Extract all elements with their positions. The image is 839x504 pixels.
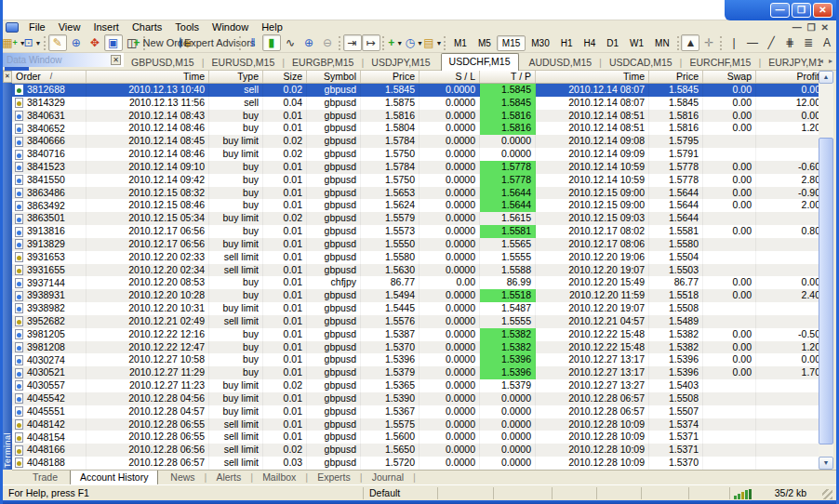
close-button[interactable]: ✕ bbox=[813, 3, 832, 18]
child-close-icon[interactable]: ✕ bbox=[821, 22, 829, 33]
fibonacci-button[interactable]: ≣ bbox=[799, 34, 818, 51]
timeframe-button-mn[interactable]: MN bbox=[649, 35, 675, 51]
table-row[interactable]: 40481542010.12.28 06:55sell limit0.01gbp… bbox=[12, 431, 824, 444]
terminal-tab-account-history[interactable]: Account History bbox=[70, 471, 159, 485]
menu-item-file[interactable]: File bbox=[22, 20, 52, 33]
table-row[interactable]: 38635012010.12.15 05:34buy limit0.02gbpu… bbox=[12, 212, 824, 225]
table-row[interactable]: 40481882010.12.28 06:57sell limit0.03gbp… bbox=[12, 457, 824, 470]
timeframe-button-m1[interactable]: M1 bbox=[448, 35, 473, 51]
table-row[interactable]: 38634862010.12.15 08:32buy0.01gbpusd1.56… bbox=[12, 187, 824, 200]
table-row[interactable]: 39526822010.12.21 02:49sell limit0.01gbp… bbox=[12, 315, 824, 328]
column-header-size[interactable]: Size bbox=[263, 71, 307, 83]
table-row[interactable]: 38126882010.12.13 10:40sell0.02gbpusd1.5… bbox=[12, 84, 824, 97]
table-row[interactable]: 39371442010.12.20 08:53buy0.01chfjpy86.7… bbox=[12, 276, 824, 289]
column-header-profit-close[interactable]: Profit bbox=[756, 71, 824, 83]
minimize-button[interactable]: — bbox=[770, 3, 790, 18]
timeframe-button-m15[interactable]: M15 bbox=[497, 35, 526, 51]
crosshair-tool-button[interactable]: ✛ bbox=[699, 34, 718, 51]
chart-tab-eurchf[interactable]: EURCHF,M15 bbox=[682, 55, 758, 71]
timeframe-button-m5[interactable]: M5 bbox=[473, 35, 497, 51]
zoom-out-button[interactable]: ⊖ bbox=[318, 34, 337, 51]
table-row[interactable]: 38406312010.12.14 08:43buy0.01gbpusd1.58… bbox=[12, 110, 824, 123]
chart-tab-usdjpy[interactable]: USDJPY,M15 bbox=[364, 55, 437, 71]
child-window-icon[interactable] bbox=[6, 22, 19, 33]
menu-item-help[interactable]: Help bbox=[255, 20, 289, 33]
table-row[interactable]: 39316532010.12.20 02:33sell limit0.01gbp… bbox=[12, 251, 824, 264]
candlestick-chart-button[interactable]: ▮ bbox=[262, 34, 281, 51]
templates-button[interactable]: ▤▼ bbox=[423, 34, 442, 51]
scrollbar-thumb[interactable] bbox=[819, 138, 833, 444]
maximize-button[interactable]: ❐ bbox=[792, 3, 811, 18]
indicators-button[interactable]: +▼ bbox=[386, 34, 405, 51]
terminal-tab-trade[interactable]: Trade bbox=[23, 471, 67, 485]
table-row[interactable]: 40481422010.12.28 06:55sell limit0.01gbp… bbox=[12, 418, 824, 431]
table-row[interactable]: 39389312010.12.20 10:28buy0.01gbpusd1.54… bbox=[12, 289, 824, 302]
horizontal-line-button[interactable]: — bbox=[743, 34, 762, 51]
data-window-close-icon[interactable]: ✕ bbox=[111, 55, 121, 65]
terminal-panel-handle[interactable]: Terminal bbox=[3, 83, 12, 470]
vertical-scrollbar[interactable]: ▲ ▼ bbox=[819, 71, 833, 470]
timeframe-button-h1[interactable]: H1 bbox=[555, 35, 579, 51]
column-header-time-close[interactable]: Time bbox=[536, 71, 649, 83]
profiles-button[interactable]: ⊡▼ bbox=[23, 34, 42, 51]
new-order-button[interactable]: +New Order bbox=[147, 34, 179, 51]
trendline-button[interactable]: ╱ bbox=[762, 34, 780, 51]
column-header-swap-close[interactable]: Swap bbox=[703, 71, 756, 83]
vertical-line-button[interactable]: | bbox=[725, 34, 743, 51]
line-chart-button[interactable]: ∿ bbox=[281, 34, 300, 51]
child-minimize-icon[interactable]: — bbox=[792, 22, 802, 33]
chart-tab-eurjpy[interactable]: EURJPY,M15 bbox=[761, 55, 821, 71]
table-row[interactable]: 39316552010.12.20 02:34sell limit0.01gbp… bbox=[12, 264, 824, 277]
table-row[interactable]: 40481662010.12.28 06:56sell limit0.02gbp… bbox=[12, 444, 824, 457]
zoom-in-button[interactable]: ⊕ bbox=[300, 34, 318, 51]
table-row[interactable]: 38406522010.12.14 08:46buy0.01gbpusd1.58… bbox=[12, 122, 824, 135]
bar-chart-button[interactable]: ‖ bbox=[244, 34, 262, 51]
timeframe-button-m30[interactable]: M30 bbox=[526, 35, 554, 51]
table-row[interactable]: 39138162010.12.17 06:56buy0.01gbpusd1.55… bbox=[12, 225, 824, 238]
auto-scroll-button[interactable]: ⇥ bbox=[343, 34, 362, 51]
text-tool-button[interactable]: A bbox=[818, 34, 836, 51]
crosshair-mode-button[interactable]: ⊕ bbox=[67, 34, 86, 51]
table-row[interactable]: 38415502010.12.14 09:42buy0.01gbpusd1.57… bbox=[12, 174, 824, 187]
chart-tab-gbpusd[interactable]: GBPUSD,M15 bbox=[124, 55, 202, 71]
chart-tab-audusd[interactable]: AUDUSD,M15 bbox=[521, 55, 599, 71]
channel-button[interactable]: ⋕ bbox=[780, 34, 799, 51]
menu-item-tools[interactable]: Tools bbox=[168, 20, 206, 33]
expert-advisors-button[interactable]: Expert Advisors bbox=[197, 34, 237, 51]
new-chart-button[interactable]: ▦+▼ bbox=[5, 34, 23, 51]
chart-tab-usdchf[interactable]: USDCHF,M15 bbox=[441, 53, 519, 71]
column-header-tp[interactable]: T / P bbox=[480, 71, 536, 83]
table-row[interactable]: 40305212010.12.27 11:29buy0.01gbpusd1.53… bbox=[12, 366, 824, 379]
column-header-price-close[interactable]: Price bbox=[649, 71, 703, 83]
timeframe-button-w1[interactable]: W1 bbox=[624, 35, 649, 51]
table-row[interactable]: 38415232010.12.14 09:10buy0.01gbpusd1.57… bbox=[12, 161, 824, 174]
child-restore-icon[interactable]: ❐ bbox=[807, 22, 816, 33]
table-row[interactable]: 40455512010.12.28 04:57buy limit0.01gbpu… bbox=[12, 405, 824, 418]
chart-tab-eurgbp[interactable]: EURGBP,M15 bbox=[285, 55, 361, 71]
column-header-order[interactable]: Order/ bbox=[12, 71, 87, 83]
objects-button[interactable]: ✥ bbox=[86, 34, 104, 51]
table-row[interactable]: 39812052010.12.22 12:16buy0.01gbpusd1.53… bbox=[12, 328, 824, 341]
column-header-type[interactable]: Type bbox=[209, 71, 263, 83]
menu-item-view[interactable]: View bbox=[52, 20, 87, 33]
column-header-price[interactable]: Price bbox=[361, 71, 420, 83]
table-row[interactable]: 39138292010.12.17 06:56buy limit0.01gbpu… bbox=[12, 238, 824, 251]
pointer-tool-button[interactable]: ▲ bbox=[681, 34, 699, 51]
column-header-sl[interactable]: S / L bbox=[420, 71, 480, 83]
table-row[interactable]: 39812082010.12.22 12:47buy0.01gbpusd1.53… bbox=[12, 341, 824, 354]
data-window-panel-header[interactable]: Data Window ✕ bbox=[3, 53, 124, 67]
table-row[interactable]: 38634922010.12.15 08:46buy0.01gbpusd1.56… bbox=[12, 199, 824, 212]
table-row[interactable]: 38407162010.12.14 08:46buy limit0.02gbpu… bbox=[12, 148, 824, 161]
terminal-tab-journal[interactable]: Journal bbox=[363, 471, 413, 485]
menu-item-charts[interactable]: Charts bbox=[126, 20, 168, 33]
resize-grip[interactable] bbox=[822, 489, 832, 499]
table-row[interactable]: 39389822010.12.20 10:31buy limit0.01gbpu… bbox=[12, 302, 824, 315]
table-row[interactable]: 38406662010.12.14 08:45buy limit0.02gbpu… bbox=[12, 135, 824, 148]
timeframe-button-h4[interactable]: H4 bbox=[579, 35, 602, 51]
chart-tab-usdcad[interactable]: USDCAD,M15 bbox=[602, 55, 680, 71]
status-profile[interactable]: Default bbox=[364, 487, 438, 499]
menu-item-insert[interactable]: Insert bbox=[87, 20, 126, 33]
timeframe-button-d1[interactable]: D1 bbox=[601, 35, 624, 51]
terminal-tab-news[interactable]: News bbox=[161, 471, 204, 485]
chart-tab-eurusd[interactable]: EURUSD,M15 bbox=[205, 55, 283, 71]
